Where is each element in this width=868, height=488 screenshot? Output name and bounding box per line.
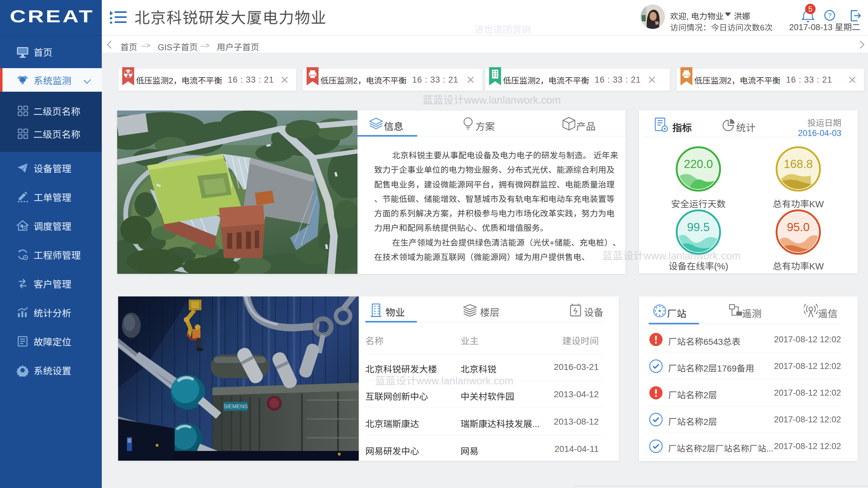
svg-text:220.0: 220.0 <box>684 158 713 170</box>
svg-text:168.8: 168.8 <box>784 158 813 170</box>
svg-text:99.5: 99.5 <box>687 221 710 234</box>
svg-text:?: ? <box>828 11 832 19</box>
svg-text:95.0: 95.0 <box>787 221 810 234</box>
